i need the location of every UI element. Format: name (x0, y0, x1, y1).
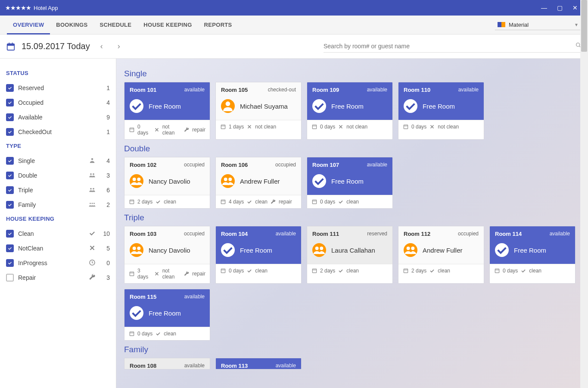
room-number: Room 110 (404, 87, 430, 93)
checkbox[interactable] (6, 186, 14, 194)
room-card[interactable]: Room 102occupiedNancy Davolio2 daysclean (124, 157, 210, 209)
calendar-icon (129, 331, 135, 337)
hk-text: clean (529, 268, 541, 274)
filter-count: 3 (102, 274, 110, 281)
date-prev-button[interactable]: ‹ (96, 41, 107, 52)
filter-status-occupied[interactable]: Occupied4 (6, 95, 110, 110)
checkbox[interactable] (6, 259, 14, 267)
check-icon (312, 174, 326, 188)
filter-hk-inprogress[interactable]: InProgress0 (6, 256, 110, 270)
room-card[interactable]: Room 113available (215, 358, 302, 369)
svg-rect-62 (130, 332, 134, 336)
room-status: available (276, 363, 296, 369)
checkbox[interactable] (6, 172, 14, 179)
checkbox[interactable] (6, 84, 14, 92)
tab-overview[interactable]: OVERVIEW (7, 16, 50, 34)
search-input[interactable] (324, 43, 575, 50)
filter-type-double[interactable]: Double3 (6, 168, 110, 183)
card-footer: 3 daysnot cleanrepair (124, 264, 210, 283)
window-minimize-button[interactable]: — (536, 4, 552, 11)
room-number: Room 113 (221, 363, 248, 369)
tab-house-keeping[interactable]: HOUSE KEEPING (137, 16, 198, 34)
filter-type-triple[interactable]: Triple6 (6, 183, 110, 197)
room-card[interactable]: Room 107availableFree Room0 daysclean (307, 157, 393, 209)
filter-hk-notclean[interactable]: NotClean5 (6, 241, 110, 256)
checkbox[interactable] (6, 274, 14, 282)
room-card[interactable]: Room 110availableFree Room0 daysnot clea… (398, 82, 484, 140)
filter-status-available[interactable]: Available9 (6, 110, 110, 125)
sidebar: STATUS Reserved1Occupied4Available9Check… (0, 59, 116, 388)
group-icon (130, 243, 143, 257)
check-icon (495, 243, 509, 257)
tab-schedule[interactable]: SCHEDULE (93, 16, 137, 34)
room-card[interactable]: Room 114availableFree Room0 daysclean (489, 226, 576, 284)
x-icon (154, 127, 160, 133)
filter-type-family[interactable]: Family2 (6, 197, 110, 212)
filter-count: 2 (102, 201, 110, 208)
checkbox[interactable] (6, 244, 14, 252)
calendar-icon (129, 271, 135, 277)
filter-label: Repair (18, 274, 84, 281)
guest-name: Andrew Fuller (240, 178, 280, 185)
checkbox[interactable] (6, 99, 14, 106)
room-card[interactable]: Room 111reservedLaura Callahan2 daysclea… (307, 226, 393, 284)
filter-label: Clean (18, 230, 84, 237)
room-card[interactable]: Room 101availableFree Room0 daysnot clea… (124, 82, 210, 140)
window-maximize-button[interactable]: ▢ (552, 4, 567, 11)
filter-label: Reserved (18, 84, 98, 91)
room-card[interactable]: Room 109availableFree Room0 daysnot clea… (307, 82, 393, 140)
scrollbar[interactable] (580, 0, 588, 388)
filter-hk-clean[interactable]: Clean10 (6, 226, 110, 241)
room-card[interactable]: Room 105checked-outMichael Suyama1 daysn… (215, 82, 302, 140)
room-status: available (458, 87, 479, 93)
check-icon (221, 243, 235, 257)
filter-count: 3 (102, 172, 110, 179)
card-footer: 0 daysnot cleanrepair (124, 120, 210, 139)
checkbox[interactable] (6, 201, 14, 209)
room-card[interactable]: Room 104availableFree Room0 daysclean (215, 226, 302, 284)
filter-status-reserved[interactable]: Reserved1 (6, 81, 110, 95)
hk-text: not clean (162, 268, 181, 280)
check-icon (130, 306, 143, 320)
room-card[interactable]: Room 108available (124, 358, 210, 369)
tab-reports[interactable]: REPORTS (198, 16, 238, 34)
room-number: Room 103 (130, 231, 156, 237)
filter-count: 1 (102, 84, 110, 91)
app-title: Hotel App (34, 5, 58, 11)
room-status: occupied (275, 162, 296, 168)
room-card[interactable]: Room 112occupiedAndrew Fuller2 daysclean (398, 226, 484, 284)
checkbox[interactable] (6, 113, 14, 121)
calendar-icon (494, 268, 500, 274)
filter-type-single[interactable]: Single4 (6, 153, 110, 168)
card-footer: 0 daysnot clean (398, 120, 484, 133)
filter-status-checkedout[interactable]: CheckedOut1 (6, 125, 110, 139)
room-card[interactable]: Room 115availableFree Room0 daysclean (124, 289, 210, 341)
search-box[interactable] (324, 40, 582, 53)
date-next-button[interactable]: › (113, 41, 124, 52)
room-card[interactable]: Room 103occupiedNancy Davolio3 daysnot c… (124, 226, 210, 284)
checkbox[interactable] (6, 157, 14, 165)
room-card[interactable]: Room 106occupiedAndrew Fuller4 daysclean… (215, 157, 302, 209)
guest-name: Free Room (149, 103, 181, 110)
days-text: 0 days (320, 199, 335, 205)
tab-bookings[interactable]: BOOKINGS (50, 16, 93, 34)
filter-label: CheckedOut (18, 128, 98, 135)
group-icon (312, 243, 326, 257)
person-icon (88, 156, 96, 166)
group-icon (221, 174, 235, 188)
scrollbar-thumb[interactable] (581, 0, 587, 52)
svg-point-57 (411, 247, 414, 250)
checkbox[interactable] (6, 128, 14, 136)
guest-name: Nancy Davolio (149, 178, 190, 185)
group-title-family: Family (124, 345, 580, 354)
calendar-icon (220, 268, 226, 274)
theme-select[interactable]: Material ▼ (495, 20, 581, 30)
filter-hk-repair[interactable]: Repair3 (6, 270, 110, 285)
card-footer: 0 daysclean (124, 327, 210, 340)
check-icon (312, 99, 326, 113)
days-text: 2 days (137, 199, 152, 205)
titlebar: ★★★★★ Hotel App — ▢ ✕ (0, 0, 588, 16)
svg-point-52 (315, 247, 319, 250)
checkbox[interactable] (6, 230, 14, 238)
card-footer: 4 dayscleanrepair (216, 195, 301, 208)
